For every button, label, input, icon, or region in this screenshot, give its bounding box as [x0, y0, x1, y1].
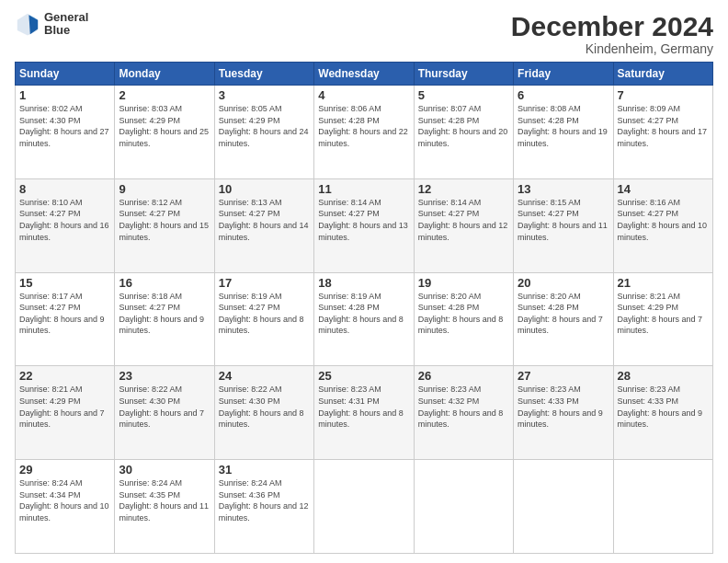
day-info: Sunrise: 8:21 AMSunset: 4:29 PMDaylight:…	[19, 384, 110, 430]
top-bar: General Blue December 2024 Kindenheim, G…	[15, 11, 713, 56]
calendar-cell: 27Sunrise: 8:23 AMSunset: 4:33 PMDayligh…	[514, 366, 613, 460]
day-number: 4	[318, 88, 409, 102]
calendar-cell: 26Sunrise: 8:23 AMSunset: 4:32 PMDayligh…	[414, 366, 513, 460]
calendar-cell: 15Sunrise: 8:17 AMSunset: 4:27 PMDayligh…	[16, 272, 115, 366]
svg-marker-1	[28, 15, 38, 34]
calendar-cell: 4Sunrise: 8:06 AMSunset: 4:28 PMDaylight…	[314, 86, 414, 179]
logo-text: General Blue	[44, 11, 88, 38]
day-number: 14	[618, 182, 709, 196]
calendar-cell: 12Sunrise: 8:14 AMSunset: 4:27 PMDayligh…	[414, 178, 513, 272]
calendar-cell: 13Sunrise: 8:15 AMSunset: 4:27 PMDayligh…	[514, 178, 613, 272]
day-number: 17	[219, 276, 310, 290]
page: General Blue December 2024 Kindenheim, G…	[0, 0, 728, 563]
day-info: Sunrise: 8:22 AMSunset: 4:30 PMDaylight:…	[119, 384, 210, 430]
day-number: 31	[219, 463, 310, 477]
day-info: Sunrise: 8:21 AMSunset: 4:29 PMDaylight:…	[618, 291, 709, 337]
day-number: 22	[19, 369, 110, 383]
day-number: 30	[119, 463, 210, 477]
calendar-day-header: Monday	[115, 63, 214, 86]
logo-line1: General	[44, 11, 88, 24]
day-number: 24	[219, 369, 310, 383]
page-title: December 2024	[511, 11, 713, 41]
day-info: Sunrise: 8:16 AMSunset: 4:27 PMDaylight:…	[618, 197, 709, 243]
day-info: Sunrise: 8:24 AMSunset: 4:34 PMDaylight:…	[19, 477, 110, 523]
day-number: 20	[518, 276, 609, 290]
day-info: Sunrise: 8:08 AMSunset: 4:28 PMDaylight:…	[518, 103, 609, 149]
calendar-cell: 22Sunrise: 8:21 AMSunset: 4:29 PMDayligh…	[16, 366, 115, 460]
day-info: Sunrise: 8:20 AMSunset: 4:28 PMDaylight:…	[518, 291, 609, 337]
calendar-cell: 21Sunrise: 8:21 AMSunset: 4:29 PMDayligh…	[613, 272, 712, 366]
calendar-cell: 10Sunrise: 8:13 AMSunset: 4:27 PMDayligh…	[214, 178, 313, 272]
calendar-day-header: Thursday	[414, 63, 513, 86]
day-number: 5	[418, 88, 509, 102]
calendar-week-row: 15Sunrise: 8:17 AMSunset: 4:27 PMDayligh…	[16, 272, 713, 366]
calendar-day-header: Saturday	[613, 63, 712, 86]
calendar-cell: 9Sunrise: 8:12 AMSunset: 4:27 PMDaylight…	[115, 178, 214, 272]
calendar-week-row: 8Sunrise: 8:10 AMSunset: 4:27 PMDaylight…	[16, 178, 713, 272]
calendar-week-row: 22Sunrise: 8:21 AMSunset: 4:29 PMDayligh…	[16, 366, 713, 460]
calendar-cell: 30Sunrise: 8:24 AMSunset: 4:35 PMDayligh…	[115, 460, 214, 554]
day-number: 29	[19, 463, 110, 477]
calendar-cell: 14Sunrise: 8:16 AMSunset: 4:27 PMDayligh…	[613, 178, 712, 272]
calendar-cell: 16Sunrise: 8:18 AMSunset: 4:27 PMDayligh…	[115, 272, 214, 366]
calendar-cell	[414, 460, 513, 554]
day-info: Sunrise: 8:12 AMSunset: 4:27 PMDaylight:…	[119, 197, 210, 243]
calendar-header-row: SundayMondayTuesdayWednesdayThursdayFrid…	[16, 63, 713, 86]
day-number: 13	[518, 182, 609, 196]
day-info: Sunrise: 8:17 AMSunset: 4:27 PMDaylight:…	[19, 291, 110, 337]
day-info: Sunrise: 8:10 AMSunset: 4:27 PMDaylight:…	[19, 197, 110, 243]
day-info: Sunrise: 8:23 AMSunset: 4:33 PMDaylight:…	[518, 384, 609, 430]
day-number: 2	[119, 88, 210, 102]
calendar-cell: 25Sunrise: 8:23 AMSunset: 4:31 PMDayligh…	[314, 366, 414, 460]
calendar-cell: 18Sunrise: 8:19 AMSunset: 4:28 PMDayligh…	[314, 272, 414, 366]
calendar-day-header: Sunday	[16, 63, 115, 86]
day-info: Sunrise: 8:24 AMSunset: 4:36 PMDaylight:…	[219, 477, 310, 523]
calendar-cell: 31Sunrise: 8:24 AMSunset: 4:36 PMDayligh…	[214, 460, 313, 554]
calendar-cell: 8Sunrise: 8:10 AMSunset: 4:27 PMDaylight…	[16, 178, 115, 272]
day-info: Sunrise: 8:06 AMSunset: 4:28 PMDaylight:…	[318, 103, 409, 149]
day-info: Sunrise: 8:14 AMSunset: 4:27 PMDaylight:…	[318, 197, 409, 243]
day-info: Sunrise: 8:23 AMSunset: 4:32 PMDaylight:…	[418, 384, 509, 430]
day-number: 1	[19, 88, 110, 102]
day-number: 6	[518, 88, 609, 102]
day-number: 18	[318, 276, 409, 290]
day-info: Sunrise: 8:02 AMSunset: 4:30 PMDaylight:…	[19, 103, 110, 149]
calendar-cell: 1Sunrise: 8:02 AMSunset: 4:30 PMDaylight…	[16, 86, 115, 179]
calendar-cell	[613, 460, 712, 554]
calendar-cell: 29Sunrise: 8:24 AMSunset: 4:34 PMDayligh…	[16, 460, 115, 554]
page-subtitle: Kindenheim, Germany	[511, 41, 713, 56]
day-info: Sunrise: 8:03 AMSunset: 4:29 PMDaylight:…	[119, 103, 210, 149]
calendar-cell: 17Sunrise: 8:19 AMSunset: 4:27 PMDayligh…	[214, 272, 313, 366]
day-number: 10	[219, 182, 310, 196]
day-number: 8	[19, 182, 110, 196]
day-info: Sunrise: 8:05 AMSunset: 4:29 PMDaylight:…	[219, 103, 310, 149]
calendar-cell: 19Sunrise: 8:20 AMSunset: 4:28 PMDayligh…	[414, 272, 513, 366]
day-info: Sunrise: 8:20 AMSunset: 4:28 PMDaylight:…	[418, 291, 509, 337]
day-number: 19	[418, 276, 509, 290]
day-number: 15	[19, 276, 110, 290]
calendar-day-header: Tuesday	[214, 63, 313, 86]
day-number: 9	[119, 182, 210, 196]
day-info: Sunrise: 8:19 AMSunset: 4:27 PMDaylight:…	[219, 291, 310, 337]
calendar-cell: 11Sunrise: 8:14 AMSunset: 4:27 PMDayligh…	[314, 178, 414, 272]
logo-line2: Blue	[44, 24, 88, 37]
calendar-cell: 6Sunrise: 8:08 AMSunset: 4:28 PMDaylight…	[514, 86, 613, 179]
logo: General Blue	[15, 11, 88, 38]
calendar-cell: 5Sunrise: 8:07 AMSunset: 4:28 PMDaylight…	[414, 86, 513, 179]
calendar-day-header: Friday	[514, 63, 613, 86]
logo-icon	[15, 11, 40, 37]
day-number: 3	[219, 88, 310, 102]
calendar-week-row: 29Sunrise: 8:24 AMSunset: 4:34 PMDayligh…	[16, 460, 713, 554]
day-info: Sunrise: 8:13 AMSunset: 4:27 PMDaylight:…	[219, 197, 310, 243]
calendar-cell: 28Sunrise: 8:23 AMSunset: 4:33 PMDayligh…	[613, 366, 712, 460]
day-number: 12	[418, 182, 509, 196]
calendar-day-header: Wednesday	[314, 63, 414, 86]
day-number: 23	[119, 369, 210, 383]
title-block: December 2024 Kindenheim, Germany	[511, 11, 713, 56]
day-number: 25	[318, 369, 409, 383]
day-info: Sunrise: 8:24 AMSunset: 4:35 PMDaylight:…	[119, 477, 210, 523]
day-info: Sunrise: 8:09 AMSunset: 4:27 PMDaylight:…	[618, 103, 709, 149]
calendar-table: SundayMondayTuesdayWednesdayThursdayFrid…	[15, 62, 713, 554]
day-number: 16	[119, 276, 210, 290]
calendar-cell: 2Sunrise: 8:03 AMSunset: 4:29 PMDaylight…	[115, 86, 214, 179]
